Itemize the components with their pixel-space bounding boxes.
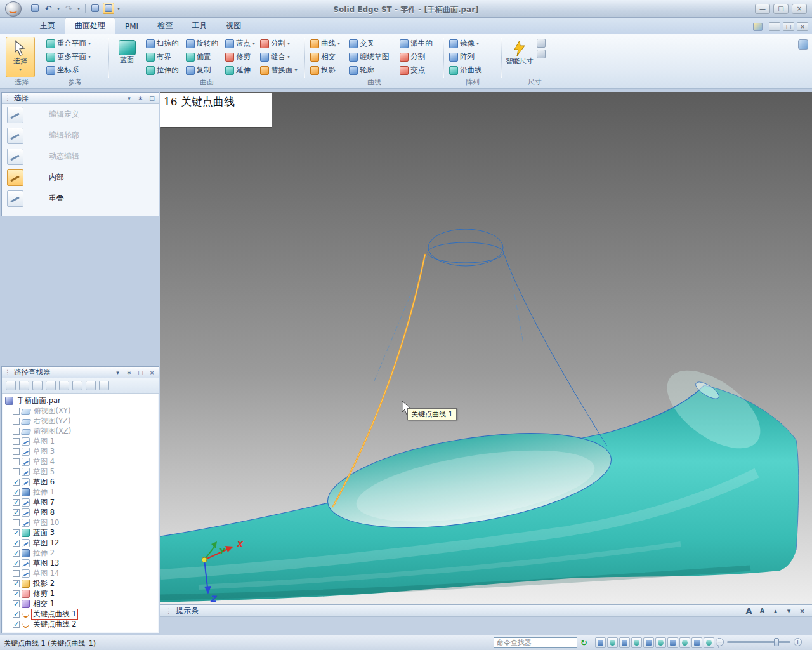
angle-dimension-icon[interactable]: [537, 50, 546, 58]
edit-definition-icon[interactable]: [7, 107, 23, 123]
tree-item[interactable]: 草图 7: [3, 497, 158, 507]
revolved-surface-button[interactable]: 旋转的: [184, 37, 223, 50]
panel-close-icon[interactable]: ×: [148, 369, 156, 376]
edit-profile-item[interactable]: 编辑轮廓: [2, 125, 159, 146]
split-curve-button[interactable]: 分割: [398, 50, 440, 63]
visibility-checkbox[interactable]: [13, 448, 20, 455]
swept-surface-button[interactable]: 扫掠的: [144, 37, 183, 50]
tree-item[interactable]: 草图 4: [3, 456, 158, 467]
visibility-checkbox[interactable]: [13, 529, 20, 536]
tree-item[interactable]: 草图 10: [3, 517, 158, 527]
visibility-checkbox[interactable]: [13, 509, 20, 516]
viewport-annotation[interactable]: 16 关键点曲线: [160, 93, 272, 127]
tree-item[interactable]: 俯视图(XY): [3, 406, 158, 416]
dynamic-edit-item[interactable]: 动态编辑: [2, 146, 159, 167]
panel-grip-icon[interactable]: ⋮: [4, 95, 11, 102]
tree-item[interactable]: 拉伸 1: [3, 487, 158, 497]
edit-definition-item[interactable]: 编辑定义: [2, 104, 159, 125]
tab-inspect[interactable]: 检查: [148, 18, 182, 34]
tree-item[interactable]: 草图 6: [3, 477, 158, 487]
customize-toolbar-icon[interactable]: ▾: [116, 6, 121, 11]
tree-item[interactable]: 草图 3: [3, 446, 158, 456]
close-button[interactable]: ×: [792, 4, 807, 14]
prompt-bar-toggle-icon[interactable]: [89, 3, 101, 14]
sketch-view-button[interactable]: [691, 637, 702, 648]
bounded-surface-button[interactable]: 有界: [144, 50, 183, 63]
chevron-down-icon[interactable]: ▾: [114, 369, 122, 376]
style-icon[interactable]: [753, 23, 763, 31]
tree-item[interactable]: 前视图(XZ): [3, 426, 158, 436]
project-curve-button[interactable]: 投影: [308, 63, 346, 77]
cross-curve-button[interactable]: 交叉: [347, 37, 396, 50]
extruded-surface-button[interactable]: 拉伸的: [144, 63, 183, 77]
undo-dropdown-icon[interactable]: ▾: [56, 6, 61, 11]
visibility-checkbox[interactable]: [13, 580, 20, 587]
pathfinder-toolbar-icon-1[interactable]: [6, 381, 16, 390]
select-tool-icon[interactable]: [103, 3, 114, 14]
distance-between-icon[interactable]: [537, 39, 546, 48]
select-button[interactable]: 选择 ▾: [6, 37, 35, 77]
font-decrease-icon[interactable]: A: [757, 607, 767, 614]
tree-item[interactable]: 草图 8: [3, 507, 158, 517]
3d-scene[interactable]: X Y Z: [160, 92, 812, 604]
redo-dropdown-icon[interactable]: ▾: [76, 6, 81, 11]
overlap-mode-icon[interactable]: [7, 190, 23, 207]
tree-item[interactable]: 草图 1: [3, 436, 158, 446]
tree-item[interactable]: 草图 12: [3, 538, 158, 548]
tab-pmi[interactable]: PMI: [115, 20, 148, 34]
visibility-checkbox[interactable]: [13, 611, 20, 618]
tree-item[interactable]: 拉伸 2: [3, 548, 158, 558]
more-planes-button[interactable]: 更多平面 ▾: [44, 50, 105, 63]
tree-item[interactable]: 相交 1: [3, 599, 158, 609]
visibility-checkbox[interactable]: [13, 408, 20, 415]
tree-item[interactable]: 投影 2: [3, 578, 158, 588]
save-icon[interactable]: [29, 3, 41, 14]
fit-view-button[interactable]: [619, 637, 630, 648]
tree-item-keypoint-curve-1[interactable]: 关键点曲线 1: [3, 609, 158, 619]
command-finder-input[interactable]: 命令查找器: [494, 637, 577, 648]
coincident-plane-button[interactable]: 重合平面 ▾: [44, 37, 105, 50]
derived-curve-button[interactable]: 派生的: [398, 37, 440, 50]
maximize-button[interactable]: □: [773, 4, 789, 14]
modeling-viewport[interactable]: X Y Z: [160, 92, 812, 604]
panel-maximize-icon[interactable]: □: [136, 369, 145, 376]
undo-icon[interactable]: ↶: [43, 3, 54, 14]
zoom-area-button[interactable]: [595, 637, 606, 648]
split-surface-button[interactable]: 分割▾: [258, 37, 299, 50]
inside-mode-item[interactable]: 内部: [2, 167, 159, 188]
offset-surface-button[interactable]: 偏置: [184, 50, 223, 63]
application-button[interactable]: [5, 1, 22, 17]
tree-item-keypoint-curve-2[interactable]: 关键点曲线 2: [3, 619, 158, 629]
look-at-face-button[interactable]: [655, 637, 666, 648]
trim-surface-button[interactable]: 修剪: [223, 50, 257, 63]
tree-item[interactable]: 修剪 1: [3, 588, 158, 599]
tree-item[interactable]: 右视图(YZ): [3, 416, 158, 426]
view-styles-button[interactable]: [679, 637, 690, 648]
tree-root[interactable]: 手柄曲面.par: [3, 395, 158, 406]
replace-face-button[interactable]: 替换面▾: [258, 63, 299, 77]
visibility-checkbox[interactable]: [13, 519, 20, 526]
pathfinder-toolbar-icon-3[interactable]: [32, 381, 43, 390]
pathfinder-toolbar-icon-8[interactable]: [99, 381, 109, 390]
visibility-checkbox[interactable]: [13, 499, 20, 506]
redo-icon[interactable]: ↷: [63, 3, 74, 14]
tab-surfacing[interactable]: 曲面处理: [65, 17, 115, 34]
tab-tools[interactable]: 工具: [182, 18, 216, 34]
document-close-button[interactable]: ×: [797, 22, 808, 31]
mirror-button[interactable]: 镜像▾: [447, 37, 498, 50]
contour-curve-button[interactable]: 轮廓: [347, 63, 396, 77]
capture-view-button[interactable]: [704, 637, 714, 648]
tree-item[interactable]: 草图 14: [3, 568, 158, 578]
keypoint-curve-button[interactable]: 曲线▾: [308, 37, 346, 50]
bluesurf-button[interactable]: 蓝面: [112, 37, 141, 77]
select-dropdown-icon[interactable]: ▾: [19, 67, 22, 72]
visibility-checkbox[interactable]: [13, 489, 20, 496]
zoom-out-icon[interactable]: −: [716, 638, 724, 646]
zoom-slider-thumb[interactable]: [774, 638, 779, 646]
copy-surface-button[interactable]: 复制: [184, 63, 223, 77]
intersection-point-button[interactable]: 交点: [398, 63, 440, 77]
pathfinder-toolbar-icon-7[interactable]: [86, 381, 96, 390]
pin-icon[interactable]: ∗: [136, 95, 145, 102]
document-minimize-button[interactable]: —: [769, 22, 780, 31]
stitch-surface-button[interactable]: 缝合▾: [258, 50, 299, 63]
